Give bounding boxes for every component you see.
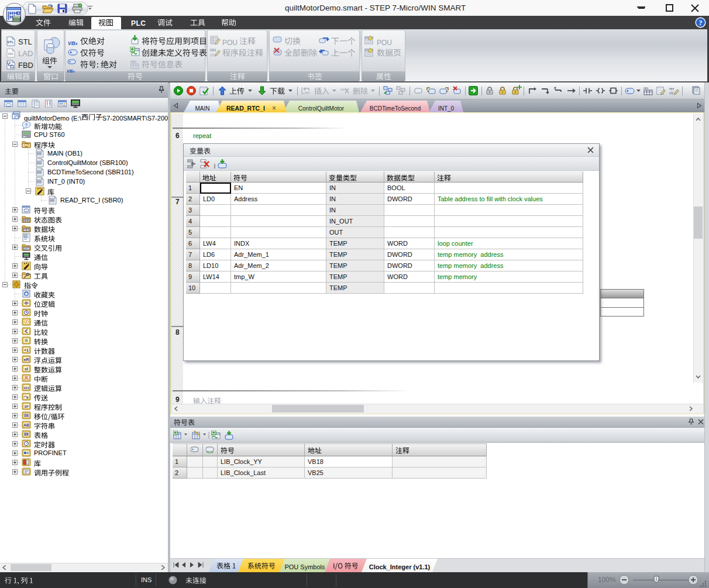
svg-text:+1: +1 <box>24 348 29 352</box>
svg-text:HH: HH <box>37 152 41 156</box>
svg-text:HH: HH <box>50 199 54 202</box>
svg-text:±R: ±R <box>24 357 29 362</box>
svg-text:(O): (O) <box>210 53 215 57</box>
svg-text:STL: STL <box>7 40 14 44</box>
svg-text:(O): (O) <box>669 91 674 95</box>
svg-text:HH: HH <box>305 91 309 95</box>
svg-text:AB: AB <box>23 423 29 427</box>
svg-text:HH: HH <box>643 87 648 90</box>
svg-text:3P: 3P <box>24 405 28 408</box>
svg-text:HH: HH <box>37 180 41 184</box>
svg-text:HH: HH <box>210 48 216 52</box>
svg-text:HH: HH <box>37 171 41 174</box>
svg-text:101: 101 <box>23 386 30 390</box>
svg-text:01: 01 <box>25 143 29 147</box>
svg-text:HH: HH <box>37 161 41 165</box>
svg-text:±I: ±I <box>25 367 28 371</box>
svg-text:?: ? <box>25 122 28 128</box>
svg-text:HH: HH <box>8 52 13 56</box>
svg-text:HH: HH <box>340 88 346 91</box>
svg-text:?: ? <box>699 19 703 27</box>
svg-text:HH: HH <box>669 87 674 91</box>
svg-text:HH: HH <box>130 60 136 64</box>
